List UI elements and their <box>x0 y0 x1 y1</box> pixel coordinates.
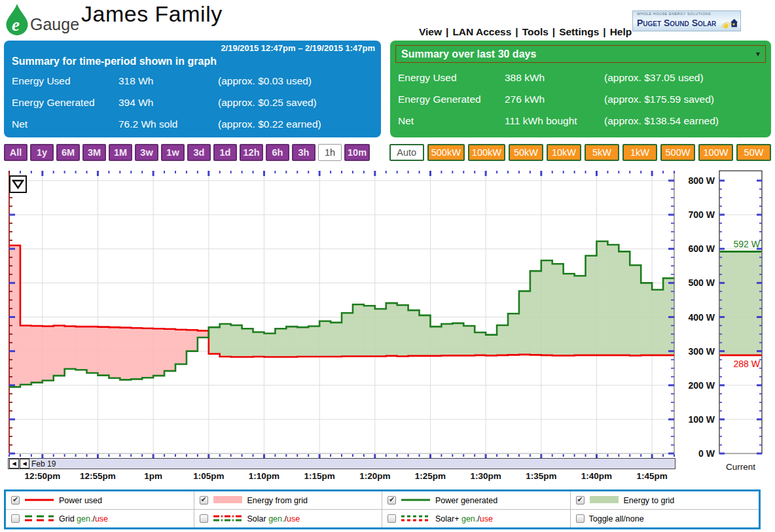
x-tick-label: 1:30pm <box>463 471 509 481</box>
page-title: James Family <box>81 1 223 27</box>
time-button-1h[interactable]: 1h <box>318 144 342 161</box>
summary-30d-approx: (approx. $175.59 saved) <box>604 94 771 105</box>
time-button-3m[interactable]: 3M <box>82 144 106 161</box>
time-button-3d[interactable]: 3d <box>187 144 211 161</box>
time-button-10m[interactable]: 10m <box>344 144 370 161</box>
x-tick-label: 1:05pm <box>186 471 232 481</box>
time-scrollbar[interactable]: ◀ ◀ Feb 19 <box>8 458 676 469</box>
time-button-1d[interactable]: 1d <box>213 144 237 161</box>
power-used-checkbox[interactable] <box>11 496 20 505</box>
summary-period-value: 76.2 Wh sold <box>118 118 218 130</box>
sun-house-icon <box>718 16 738 30</box>
y-tick-label: 600 W <box>678 243 715 254</box>
time-button-6h[interactable]: 6h <box>266 144 289 161</box>
legend-cell-solar-gen-use: Solar gen./use <box>194 510 383 527</box>
summary-30d-row: Net111 kWh bought(approx. $138.54 earned… <box>390 110 771 132</box>
range-button-500w[interactable]: 500W <box>660 144 695 161</box>
scroll-back-button-2[interactable]: ◀ <box>20 459 29 469</box>
time-button-3w[interactable]: 3w <box>135 144 158 161</box>
y-tick-label: 500 W <box>678 277 715 288</box>
solar-gen-use-label: Solar gen./use <box>247 514 300 523</box>
time-button-1w[interactable]: 1w <box>161 144 185 161</box>
power-used-label: Power used <box>59 496 102 505</box>
range-button-500kw[interactable]: 500kW <box>427 144 465 161</box>
current-panel-title: Current <box>719 462 763 472</box>
range-button-10kw[interactable]: 10kW <box>547 144 581 161</box>
current-used-value: 288 W <box>734 359 761 369</box>
summary-30d-label: Energy Generated <box>398 94 505 105</box>
menu-item-help[interactable]: Help <box>610 26 632 37</box>
triangle-down-icon <box>12 179 24 190</box>
energy-from-grid-checkbox[interactable] <box>200 496 208 505</box>
puget-sound-solar-logo: WHOLE HOUSE ENERGY SOLUTIONS Puget Sound… <box>632 10 741 31</box>
main-chart[interactable] <box>8 166 676 463</box>
range-button-1kw[interactable]: 1kW <box>622 144 657 161</box>
button-rows: All1y6M3M1M3w1w3d1d12h6h3h1h10m Auto500k… <box>4 144 771 161</box>
toggle-all-none-checkbox[interactable] <box>576 514 585 523</box>
brand-name: Puget Sound Solar <box>637 18 716 28</box>
grid-gen-use-checkbox[interactable] <box>11 514 20 523</box>
energy-to-grid-label: Energy to grid <box>624 496 675 505</box>
x-tick-label: 1:35pm <box>518 471 564 481</box>
summary-30d-row: Energy Generated276 kWh(approx. $175.59 … <box>390 88 771 110</box>
time-button-1m[interactable]: 1M <box>109 144 132 161</box>
energy-to-grid-checkbox[interactable] <box>576 496 585 505</box>
legend-cell-power-used: Power used <box>6 491 194 510</box>
y-tick-label: 700 W <box>678 209 715 220</box>
summary-period-label: Energy Generated <box>12 97 118 109</box>
summary-period-value: 318 Wh <box>118 75 218 87</box>
energy-from-grid-swatch <box>213 495 243 506</box>
summary-30d-label: Net <box>398 115 505 127</box>
summary-period-label: Net <box>12 118 118 130</box>
egauge-drop-icon: e <box>5 3 29 37</box>
range-button-auto[interactable]: Auto <box>389 144 424 161</box>
energy-to-grid-swatch <box>589 495 619 506</box>
range-button-5kw[interactable]: 5kW <box>585 144 619 161</box>
summary-30d-title: Summary over last 30 days <box>401 48 536 60</box>
y-tick-label: 200 W <box>678 380 715 391</box>
range-button-100w[interactable]: 100W <box>698 144 733 161</box>
x-tick-label: 1:15pm <box>297 471 342 481</box>
summary-30d-value: 388 kWh <box>505 72 604 84</box>
solar-gen-use-swatch <box>213 514 243 524</box>
scroll-back-button[interactable]: ◀ <box>9 459 19 469</box>
summary-period-value: 394 Wh <box>118 97 218 109</box>
legend-cell-grid-gen-use: Grid gen./use <box>6 510 194 527</box>
y-tick-label: 100 W <box>678 414 715 425</box>
y-tick-label: 300 W <box>678 346 715 357</box>
menu-item-settings[interactable]: Settings <box>559 26 599 37</box>
summary-period-row: Energy Used318 Wh(approx. $0.03 used) <box>4 70 381 92</box>
menu-separator: | <box>442 26 452 37</box>
legend-cell-energy-to-grid: Energy to grid <box>571 491 759 510</box>
egauge-logo: e Gauge <box>5 3 79 37</box>
egauge-logo-text: Gauge <box>30 15 79 34</box>
menu-item-tools[interactable]: Tools <box>522 26 549 37</box>
time-button-all[interactable]: All <box>4 144 27 161</box>
summary-panels: 2/19/2015 12:47pm – 2/19/2015 1:47pm Sum… <box>4 41 771 137</box>
power-generated-checkbox[interactable] <box>388 496 396 505</box>
time-button-12h[interactable]: 12h <box>240 144 263 161</box>
time-button-3h[interactable]: 3h <box>292 144 315 161</box>
toggle-all-none-label: Toggle all/none <box>589 514 644 523</box>
time-button-1y[interactable]: 1y <box>30 144 54 161</box>
x-tick-label: 1:40pm <box>573 471 619 481</box>
chart-options-button[interactable] <box>9 175 27 193</box>
current-generated-value: 592 W <box>734 239 761 249</box>
x-tick-label: 12:55pm <box>75 471 120 481</box>
range-button-50w[interactable]: 50W <box>736 144 771 161</box>
menu-item-view[interactable]: View <box>419 26 442 37</box>
summary-30d-approx: (approx. $138.54 earned) <box>604 115 771 127</box>
summary-range-select[interactable]: Summary over last 30 days ▼ <box>395 45 766 63</box>
chart-area: 800 W700 W600 W500 W400 W300 W200 W100 W… <box>0 166 775 487</box>
legend-cell-power-generated: Power generated <box>382 491 571 510</box>
legend-cell-solar-plus-gen-use: Solar+ gen./use <box>382 510 571 527</box>
range-button-50kw[interactable]: 50kW <box>509 144 543 161</box>
menu-item-lan-access[interactable]: LAN Access <box>452 26 511 37</box>
y-tick-label: 400 W <box>678 312 715 323</box>
x-tick-label: 12:50pm <box>20 471 65 481</box>
range-button-100kw[interactable]: 100kW <box>468 144 505 161</box>
solar-plus-gen-use-checkbox[interactable] <box>388 514 396 523</box>
main-chart-svg[interactable] <box>8 166 676 461</box>
time-button-6m[interactable]: 6M <box>56 144 80 161</box>
solar-gen-use-checkbox[interactable] <box>200 514 208 523</box>
